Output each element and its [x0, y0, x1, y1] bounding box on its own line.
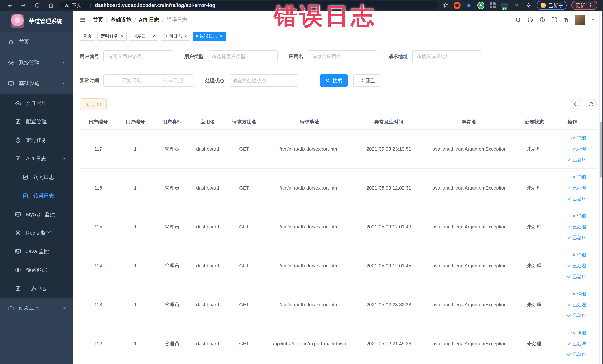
user-id-input[interactable]: [104, 50, 173, 62]
extension-puzzle-icon[interactable]: [525, 2, 532, 9]
browser-forward-button[interactable]: [20, 2, 27, 9]
sidebar-item[interactable]: 基础设施: [0, 73, 73, 94]
extension-grid-icon[interactable]: [489, 2, 496, 9]
mark-processed-link[interactable]: 已处理: [567, 263, 586, 269]
table-row: 112 1 管理员 dashboard GET /api/infra/db-do…: [80, 324, 596, 363]
mark-ignored-link[interactable]: 已忽略: [567, 312, 586, 318]
process-status-select[interactable]: 请选择处理状态: [229, 74, 299, 87]
detail-link[interactable]: 详细: [571, 174, 586, 180]
browser-reload-button[interactable]: [34, 2, 40, 9]
extension-green-icon[interactable]: [477, 2, 484, 9]
cell-actions: 详细 已处理 已忽略: [552, 291, 592, 318]
sidebar-item[interactable]: Redis 监控: [0, 224, 73, 242]
hamburger-icon[interactable]: [80, 16, 86, 23]
app-logo[interactable]: 芋道管理系统: [0, 11, 73, 32]
sidebar-item[interactable]: 系统管理: [0, 52, 73, 73]
view-tag[interactable]: 调度日志 ×: [129, 32, 159, 41]
browser-back-button[interactable]: [7, 2, 13, 9]
request-url-label: 请求地址: [389, 53, 408, 60]
reset-button[interactable]: 重置: [353, 74, 381, 87]
mark-ignored-link[interactable]: 已忽略: [567, 273, 586, 280]
view-tag[interactable]: 错误日志 ×: [193, 32, 226, 41]
detail-link[interactable]: 详细: [571, 330, 586, 336]
sidebar-item[interactable]: 错误日志: [0, 187, 73, 205]
view-tag[interactable]: 首页: [80, 32, 95, 41]
mark-ignored-link[interactable]: 已忽略: [567, 235, 586, 240]
tag-close-icon[interactable]: ×: [121, 34, 123, 39]
sidebar-item[interactable]: 定时任务: [0, 131, 73, 150]
mark-processed-link[interactable]: 已处理: [567, 224, 586, 230]
sidebar-item[interactable]: MySQL 监控: [0, 205, 73, 224]
mark-ignored-link[interactable]: 已忽略: [567, 196, 586, 201]
annotation-overlay-text: 错误日志: [274, 1, 376, 32]
refresh-table-button[interactable]: [586, 99, 596, 110]
chevron-icon: [62, 60, 67, 65]
user-type-select[interactable]: 请选择用户类型: [208, 50, 278, 62]
user-avatar[interactable]: [575, 15, 585, 25]
breadcrumb-item[interactable]: 首页 /: [93, 16, 111, 23]
docs-help-icon[interactable]: [539, 17, 545, 23]
github-icon[interactable]: [527, 16, 534, 23]
browser-home-button[interactable]: [48, 2, 54, 9]
bookmark-star-icon[interactable]: [442, 2, 449, 9]
browser-menu-icon[interactable]: [588, 3, 593, 8]
sidebar-item[interactable]: 访问日志: [0, 168, 73, 187]
breadcrumb-item[interactable]: 错误日志 /: [167, 16, 187, 23]
mark-processed-link[interactable]: 已处理: [567, 341, 586, 347]
toggle-search-button[interactable]: [570, 99, 581, 110]
cell-actions: 详细 已处理 已忽略: [552, 330, 592, 357]
sidebar-item[interactable]: Java 监控: [0, 242, 73, 261]
cell-process-status: 未处理: [516, 185, 552, 191]
search-button[interactable]: 搜索: [320, 74, 348, 87]
breadcrumb-item[interactable]: 基础设施 /: [111, 16, 139, 23]
extension-orange-icon[interactable]: [453, 2, 461, 9]
security-label: 不安全: [72, 2, 86, 9]
detail-link[interactable]: 详细: [571, 291, 586, 297]
column-header: 应用名: [190, 119, 225, 125]
view-tag[interactable]: 定时任务 ×: [97, 32, 127, 41]
cell-log-id: 116: [80, 185, 117, 191]
tag-close-icon[interactable]: ×: [152, 34, 155, 39]
extension-leaf-icon[interactable]: [513, 2, 520, 9]
sidebar-item[interactable]: 文件管理: [0, 94, 73, 112]
emoji-avatar-icon: [541, 3, 546, 8]
browser-update-badge[interactable]: 更新: [571, 1, 597, 10]
user-menu-caret-icon[interactable]: [591, 17, 596, 22]
header-search-icon[interactable]: [515, 17, 522, 23]
mark-processed-link[interactable]: 已处理: [567, 302, 586, 308]
request-url-input[interactable]: [412, 50, 482, 62]
page-scrollbar[interactable]: [599, 11, 602, 364]
extension-blue-icon[interactable]: [465, 2, 473, 9]
view-tag[interactable]: 访问日志 ×: [161, 32, 190, 41]
sidebar-item[interactable]: 链路追踪: [0, 261, 73, 279]
mark-processed-link[interactable]: 已处理: [567, 146, 586, 152]
cell-process-status: 未处理: [516, 341, 552, 347]
sidebar-item[interactable]: 配置管理: [0, 112, 73, 131]
home-icon: [8, 39, 14, 45]
check-icon: [567, 147, 571, 151]
detail-link[interactable]: 详细: [571, 135, 586, 141]
mark-processed-link[interactable]: 已处理: [567, 185, 586, 191]
detail-link[interactable]: 详细: [571, 213, 586, 219]
tag-close-icon[interactable]: ×: [220, 34, 222, 39]
check-icon: [567, 224, 571, 229]
sidebar-item[interactable]: 日志中心: [0, 279, 73, 298]
detail-link[interactable]: 详细: [571, 252, 586, 258]
font-size-icon[interactable]: [563, 17, 569, 23]
sidebar-item[interactable]: 首页: [0, 32, 73, 52]
sidebar-item[interactable]: API 日志: [0, 150, 73, 168]
sidebar-item-label: 首页: [19, 38, 29, 46]
mark-ignored-link[interactable]: 已忽略: [567, 351, 586, 357]
app-name-input[interactable]: [308, 50, 377, 62]
exception-time-range-picker[interactable]: 开始日期 - 结束日期: [104, 74, 194, 87]
profile-paused-badge[interactable]: 已暂停: [537, 1, 567, 10]
extension-on-badge-icon[interactable]: on: [501, 2, 508, 9]
sidebar-item[interactable]: 研发工具: [0, 298, 73, 318]
tag-close-icon[interactable]: ×: [184, 34, 187, 39]
breadcrumb-item[interactable]: API 日志 /: [139, 16, 167, 23]
mark-ignored-link[interactable]: 已忽略: [567, 157, 586, 163]
address-bar[interactable]: 不安全 dashboard.yudao.iocoder.cn/infra/log…: [59, 1, 438, 10]
scrollbar-thumb[interactable]: [600, 122, 602, 178]
fullscreen-icon[interactable]: [551, 17, 557, 23]
export-button[interactable]: 导出: [80, 98, 107, 110]
